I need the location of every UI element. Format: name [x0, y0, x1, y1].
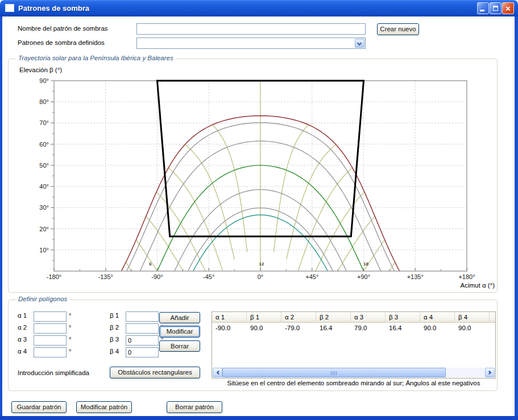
alpha-2-input[interactable]	[34, 323, 67, 334]
svg-text:30°: 30°	[39, 204, 49, 211]
table-header-row: α 1β 1α 2β 2α 3β 3α 4β 4	[212, 312, 495, 323]
svg-text:+135°: +135°	[407, 273, 424, 280]
alpha-1-input[interactable]	[34, 311, 67, 322]
chevron-right-icon	[487, 371, 491, 375]
maximize-button[interactable]	[490, 2, 502, 14]
degree-symbol: °	[67, 323, 71, 331]
add-button[interactable]: Añadir	[159, 312, 200, 323]
svg-text:-135°: -135°	[98, 273, 113, 280]
minimize-button[interactable]	[477, 2, 489, 14]
scrollbar-track[interactable]	[222, 368, 485, 377]
svg-text:-45°: -45°	[203, 273, 214, 280]
alpha-inputs-column: α 1°α 2°α 3°α 4°	[18, 311, 103, 359]
svg-text:+45°: +45°	[305, 273, 318, 280]
table-header-cell[interactable]: β 4	[455, 312, 490, 323]
window-border-bottom	[0, 416, 518, 420]
x-axis-title: Acimut α (°)	[409, 282, 495, 289]
degree-symbol: °	[67, 347, 71, 355]
svg-text:+90°: +90°	[357, 273, 370, 280]
chevron-left-icon	[217, 371, 221, 375]
create-new-button[interactable]: Crear nuevo	[377, 23, 419, 35]
window-title: Patrones de sombra	[18, 0, 89, 16]
beta-1-input[interactable]	[126, 311, 159, 322]
define-polygons-group-title: Definir polígonos	[16, 296, 69, 302]
svg-text:90°: 90°	[39, 77, 49, 84]
svg-text:-90°: -90°	[151, 273, 163, 280]
table-cell: 90.0	[420, 323, 455, 333]
table-header-cell[interactable]: β 3	[386, 312, 420, 323]
close-icon: ×	[503, 3, 513, 14]
horizontal-scrollbar[interactable]	[213, 368, 495, 377]
svg-text:70°: 70°	[39, 119, 49, 126]
window-icon	[5, 4, 14, 12]
delete-button[interactable]: Borrar	[159, 340, 200, 352]
scrollbar-grip	[331, 371, 337, 375]
title-bar[interactable]: Patrones de sombra ×	[0, 0, 518, 16]
delete-pattern-button[interactable]: Borrar patrón	[167, 401, 222, 413]
alpha-3-input[interactable]	[34, 335, 67, 346]
chevron-down-icon	[357, 41, 362, 45]
svg-text:0°: 0°	[258, 273, 264, 280]
table-header-cell[interactable]: α 1	[212, 312, 247, 323]
beta-2-label: β 2	[110, 323, 126, 331]
window-border-left	[0, 16, 2, 417]
combobox-dropdown-button[interactable]	[355, 39, 364, 48]
alpha-4-label: α 4	[18, 347, 34, 355]
table-header-cell[interactable]: β 2	[316, 312, 351, 323]
table-header-cell[interactable]: β 1	[247, 312, 281, 323]
svg-text:80°: 80°	[39, 98, 49, 105]
modify-button[interactable]: Modificar	[159, 326, 200, 338]
alpha-4-input[interactable]	[34, 347, 67, 357]
solar-trajectory-group-title: Trayectoria solar para la Península Ibér…	[16, 55, 176, 61]
rectangular-obstacles-button[interactable]: Obstáculos rectangulares	[110, 367, 200, 379]
table-cell: 90.0	[247, 323, 281, 333]
table-cell: 90.0	[455, 323, 490, 333]
degree-symbol: °	[67, 335, 71, 343]
svg-text:-180°: -180°	[47, 273, 61, 280]
scroll-left-button[interactable]	[213, 368, 222, 377]
svg-text:10°: 10°	[39, 247, 49, 253]
patrones-de-sombra-window: Patrones de sombra × Nombre del patrón d…	[0, 0, 518, 420]
alpha-3-label: α 3	[18, 335, 34, 343]
table-cell: 16.4	[386, 323, 420, 333]
maximize-icon	[493, 6, 498, 11]
beta-4-label: β 4	[110, 347, 126, 355]
modify-pattern-button[interactable]: Modificar patrón	[76, 401, 132, 413]
table-cell: 79.0	[351, 323, 386, 333]
svg-text:50°: 50°	[39, 162, 49, 169]
svg-text:20°: 20°	[39, 226, 49, 232]
sun-path-chart: 61218-180°-135°-90°-45°0°+45°+90°+135°+1…	[11, 63, 506, 290]
save-pattern-button[interactable]: Guardar patrón	[11, 401, 67, 413]
svg-text:+180°: +180°	[458, 273, 475, 280]
polygons-table[interactable]: α 1β 1α 2β 2α 3β 3α 4β 4 -90.090.0-79.01…	[212, 311, 496, 379]
table-header-cell[interactable]: α 2	[281, 312, 316, 323]
svg-text:12: 12	[259, 261, 264, 267]
defined-patterns-combobox[interactable]	[136, 38, 366, 49]
svg-text:6: 6	[149, 261, 152, 267]
defined-patterns-label: Patrones de sombra definidos	[18, 39, 105, 46]
scrollbar-thumb[interactable]	[222, 368, 446, 377]
svg-text:18: 18	[363, 261, 368, 267]
table-row[interactable]: -90.090.0-79.016.479.016.490.090.0	[212, 323, 495, 333]
table-cell: -90.0	[212, 323, 247, 333]
table-cell: -79.0	[281, 323, 316, 333]
beta-1-label: β 1	[110, 311, 126, 319]
orientation-note: Sitúese en el centro del elemento sombre…	[212, 380, 496, 386]
beta-3-input[interactable]	[126, 335, 159, 346]
alpha-2-label: α 2	[18, 323, 34, 331]
table-header-cell[interactable]: α 4	[420, 312, 455, 323]
svg-text:40°: 40°	[39, 183, 49, 190]
simplified-entry-label: Introducción simplificada	[18, 369, 89, 376]
alpha-1-label: α 1	[18, 311, 34, 319]
beta-4-input[interactable]	[126, 347, 159, 357]
close-button[interactable]: ×	[502, 2, 514, 14]
minimize-icon	[480, 10, 484, 11]
table-header-cell[interactable]: α 3	[351, 312, 386, 323]
svg-text:60°: 60°	[39, 141, 49, 148]
scroll-right-button[interactable]	[485, 368, 495, 377]
beta-3-label: β 3	[110, 335, 126, 343]
degree-symbol: °	[67, 311, 71, 319]
beta-2-input[interactable]	[126, 323, 159, 334]
pattern-name-input[interactable]	[136, 23, 366, 35]
table-cell: 16.4	[316, 323, 351, 333]
